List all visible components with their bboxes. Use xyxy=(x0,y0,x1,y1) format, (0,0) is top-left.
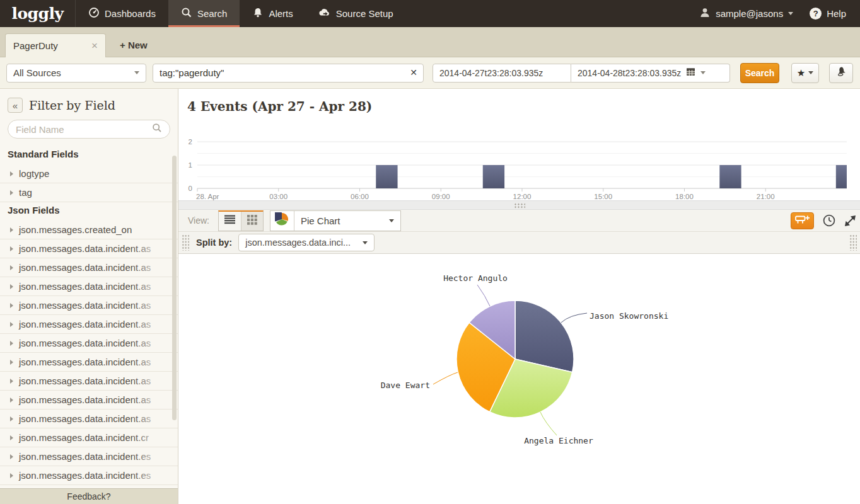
source-select-value: All Sources xyxy=(13,67,61,78)
toolbar-right xyxy=(791,212,860,229)
expand-triangle-icon[interactable] xyxy=(10,341,13,346)
expand-triangle-icon[interactable] xyxy=(10,303,13,308)
timeline-resize-handle[interactable] xyxy=(514,203,525,209)
chevron-down-icon xyxy=(808,71,813,74)
svg-text:2: 2 xyxy=(189,138,192,146)
event-bar[interactable] xyxy=(483,165,504,188)
field-item[interactable]: tag xyxy=(0,183,178,202)
clear-query-icon[interactable]: ✕ xyxy=(410,67,417,77)
expand-triangle-icon[interactable] xyxy=(10,360,13,365)
event-bar[interactable] xyxy=(376,165,397,188)
field-item[interactable]: json.messages.data.incident.cr xyxy=(0,428,178,447)
date-from-input[interactable]: 2014-04-27t23:28:03.935z xyxy=(433,64,571,83)
expand-triangle-icon[interactable] xyxy=(10,473,13,478)
field-item[interactable]: json.messages.data.incident.as xyxy=(0,334,178,353)
standard-fields-title: Standard Fields xyxy=(8,149,79,159)
pie-chart-icon-button[interactable] xyxy=(270,211,294,231)
grid-view-icon xyxy=(247,215,257,227)
field-search-input[interactable] xyxy=(16,124,152,135)
expand-triangle-icon[interactable] xyxy=(10,398,13,403)
field-search-box xyxy=(8,120,170,139)
split-by-select[interactable]: json.messages.data.inci... xyxy=(238,234,375,251)
source-select[interactable]: All Sources xyxy=(6,64,146,83)
field-item[interactable]: json.messages.data.incident.as xyxy=(0,372,178,391)
field-item[interactable]: logtype xyxy=(0,164,178,183)
field-item-label: json.messages.data.incident.as xyxy=(19,262,151,273)
field-item[interactable]: json.messages.data.incident.as xyxy=(0,315,178,334)
expand-triangle-icon[interactable] xyxy=(10,454,13,459)
field-item[interactable]: json.messages.data.incident.as xyxy=(0,353,178,372)
field-item-label: json.messages.data.incident.as xyxy=(19,338,151,348)
create-alert-button[interactable] xyxy=(829,63,853,83)
split-drag-handle-right[interactable] xyxy=(849,234,857,251)
search-icon xyxy=(181,7,192,20)
feedback-button[interactable]: Feedback? xyxy=(0,488,178,504)
svg-text:18:00: 18:00 xyxy=(675,193,694,200)
field-item[interactable]: json.messages.data.incident.as xyxy=(0,277,178,296)
collapse-sidebar-button[interactable]: « xyxy=(8,98,23,113)
field-item-label: logtype xyxy=(19,168,49,179)
svg-text:09:00: 09:00 xyxy=(432,193,450,200)
sidebar-scrollbar[interactable] xyxy=(172,156,177,420)
search-row: All Sources ✕ 2014-04-27t23:28:03.935z 2… xyxy=(0,57,860,89)
split-by-label: Split by: xyxy=(196,238,232,248)
expand-triangle-icon[interactable] xyxy=(10,246,13,251)
query-input[interactable] xyxy=(153,64,423,82)
timer-clock-button[interactable] xyxy=(822,214,836,227)
new-tab-button[interactable]: + New xyxy=(120,33,148,57)
split-by-value: json.messages.data.inci... xyxy=(245,238,351,248)
chevron-down-icon xyxy=(700,71,706,74)
field-item[interactable]: json.messages.created_on xyxy=(0,220,178,239)
expand-triangle-icon[interactable] xyxy=(10,379,13,384)
user-menu[interactable]: sample@jasons xyxy=(699,7,793,20)
search-button[interactable]: Search xyxy=(740,63,779,83)
list-view-button[interactable] xyxy=(219,212,241,231)
split-pie-chart[interactable]: Jason SkowronskiAngela EichnerDave Ewart… xyxy=(178,258,860,504)
expand-triangle-icon[interactable] xyxy=(10,416,13,421)
expand-triangle-icon[interactable] xyxy=(10,284,13,289)
date-to-input[interactable]: 2014-04-28t23:28:03.935z xyxy=(571,64,730,83)
help-menu[interactable]: ? Help xyxy=(810,8,846,20)
field-item[interactable]: json.messages.data.incident.as xyxy=(0,391,178,410)
field-item[interactable]: json.messages.data.incident.es xyxy=(0,466,178,485)
expand-triangle-icon[interactable] xyxy=(10,265,13,270)
top-navbar: loggly Dashboards Search Alerts xyxy=(0,0,860,27)
json-fields-title: Json Fields xyxy=(8,205,60,215)
nav-item-search[interactable]: Search xyxy=(168,0,240,27)
expand-triangle-icon[interactable] xyxy=(10,171,13,176)
add-to-dashboard-button[interactable] xyxy=(791,212,814,229)
chevron-down-icon xyxy=(134,71,139,74)
split-by-row: Split by: json.messages.data.inci... xyxy=(178,231,860,254)
pie-chart-icon xyxy=(275,212,289,229)
event-bar[interactable] xyxy=(836,165,857,188)
chart-type-select[interactable]: Pie Chart xyxy=(294,211,400,231)
tab-label: PagerDuty xyxy=(13,40,58,51)
split-drag-handle-left[interactable] xyxy=(182,234,189,251)
expand-triangle-icon[interactable] xyxy=(10,322,13,327)
nav-item-alerts[interactable]: Alerts xyxy=(240,0,305,27)
field-item[interactable]: json.messages.data.incident.as xyxy=(0,239,178,258)
fullscreen-expand-button[interactable] xyxy=(844,215,856,227)
nav-label: Alerts xyxy=(269,8,293,19)
tab-close-icon[interactable]: × xyxy=(91,40,98,51)
events-timeline-chart[interactable]: 21028. Apr03:0006:0009:0012:0015:0018:00… xyxy=(178,126,859,200)
field-item[interactable]: json.messages.data.incident.as xyxy=(0,410,178,428)
expand-triangle-icon[interactable] xyxy=(10,435,13,440)
field-item[interactable]: json.messages.data.incident.as xyxy=(0,296,178,315)
pie-slice-label: Hector Angulo xyxy=(443,273,508,283)
saved-searches-button[interactable]: ★ xyxy=(791,63,819,83)
event-bar[interactable] xyxy=(719,165,741,188)
field-item[interactable]: json.messages.data.incident.es xyxy=(0,447,178,466)
expand-triangle-icon[interactable] xyxy=(10,190,13,195)
field-item[interactable]: json.messages.data.incident.as xyxy=(0,258,178,277)
loggly-logo[interactable]: loggly xyxy=(0,0,76,27)
dashboard-gauge-icon xyxy=(88,7,100,20)
expand-triangle-icon[interactable] xyxy=(10,227,13,232)
svg-text:0: 0 xyxy=(189,185,192,192)
grid-view-button[interactable] xyxy=(241,212,263,231)
pie-label-connector xyxy=(561,313,587,323)
nav-item-dashboards[interactable]: Dashboards xyxy=(76,0,168,27)
field-item-label: json.messages.data.incident.as xyxy=(19,300,151,311)
tab-pagerduty[interactable]: PagerDuty × xyxy=(5,33,106,57)
nav-item-source-setup[interactable]: Source Setup xyxy=(306,0,406,27)
